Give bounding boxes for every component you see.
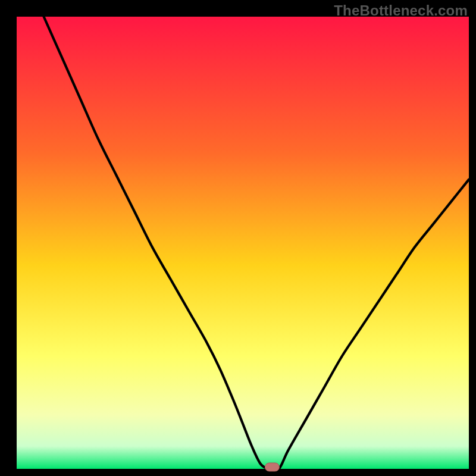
watermark-text: TheBottleneck.com	[334, 2, 468, 19]
plot-background	[17, 17, 469, 469]
bottleneck-chart: TheBottleneck.com	[0, 0, 476, 476]
minimum-marker	[265, 463, 279, 471]
chart-canvas	[0, 0, 476, 476]
